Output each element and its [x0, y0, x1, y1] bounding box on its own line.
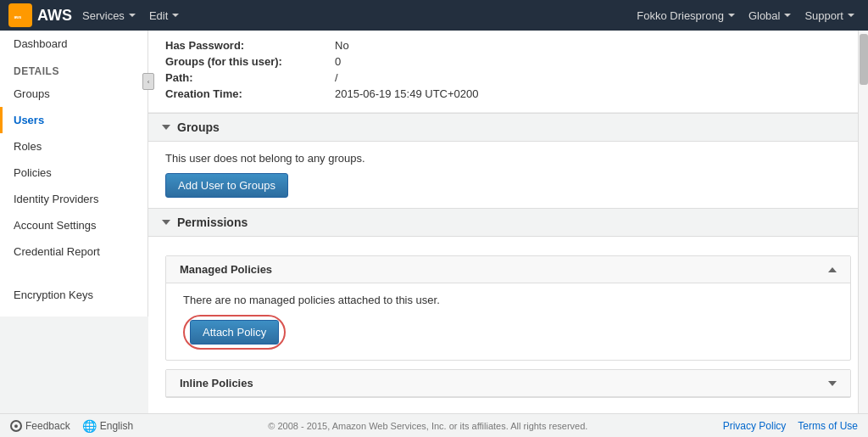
sidebar-item-dashboard[interactable]: Dashboard: [0, 31, 147, 57]
attach-policy-button[interactable]: Attach Policy: [190, 320, 279, 345]
terms-of-use-link[interactable]: Terms of Use: [798, 420, 858, 432]
no-policies-text: There are no managed policies attached t…: [183, 294, 833, 306]
attach-policy-highlight: Attach Policy: [183, 315, 286, 350]
sidebar-item-identity-providers[interactable]: Identity Providers: [0, 186, 147, 212]
managed-policies-body: There are no managed policies attached t…: [166, 283, 850, 360]
sidebar-item-groups[interactable]: Groups: [0, 81, 147, 107]
inline-policies-title: Inline Policies: [180, 377, 253, 389]
sidebar-wrapper: Dashboard Details Groups Users Roles Pol…: [0, 31, 148, 413]
nav-edit[interactable]: Edit: [149, 9, 179, 22]
nav-user[interactable]: Fokko Driesprong: [637, 9, 735, 22]
footer-copyright: © 2008 - 2015, Amazon Web Services, Inc.…: [133, 421, 723, 431]
sidebar: Dashboard Details Groups Users Roles Pol…: [0, 31, 148, 317]
path-label: Path:: [165, 71, 335, 84]
sidebar-item-account-settings[interactable]: Account Settings: [0, 212, 147, 238]
groups-toggle-icon: [162, 125, 170, 130]
nav-region[interactable]: Global: [748, 9, 792, 22]
permissions-section-header[interactable]: Permissions: [148, 208, 868, 237]
inline-policies-header[interactable]: Inline Policies: [166, 370, 850, 397]
groups-count-row: Groups (for this user): 0: [165, 55, 851, 68]
services-chevron-icon: [129, 14, 136, 17]
content-scroll: Has Password: No Groups (for this user):…: [148, 31, 868, 413]
main-layout: Dashboard Details Groups Users Roles Pol…: [0, 31, 868, 413]
inline-policies-chevron-icon: [828, 381, 837, 386]
user-chevron-icon: [728, 14, 735, 17]
scrollbar[interactable]: [858, 31, 868, 413]
managed-policies-subsection: Managed Policies There are no managed po…: [165, 255, 851, 361]
nav-support[interactable]: Support: [804, 9, 854, 22]
privacy-policy-link[interactable]: Privacy Policy: [723, 420, 787, 432]
path-row: Path: /: [165, 71, 851, 84]
permissions-section-title: Permissions: [177, 216, 248, 229]
language-label: English: [100, 420, 133, 432]
creation-time-row: Creation Time: 2015-06-19 15:49 UTC+0200: [165, 87, 851, 100]
groups-section-header[interactable]: Groups: [148, 113, 868, 142]
nav-services[interactable]: Services: [82, 9, 136, 22]
inline-policies-subsection: Inline Policies: [165, 369, 851, 398]
permissions-toggle-icon: [162, 220, 170, 225]
footer-left: ● Feedback 🌐 English: [10, 419, 133, 433]
sidebar-item-encryption-keys[interactable]: Encryption Keys: [0, 282, 147, 308]
has-password-value: No: [335, 39, 349, 52]
sidebar-section-details: Details: [0, 57, 147, 81]
nav-right: Fokko Driesprong Global Support: [632, 9, 860, 22]
has-password-row: Has Password: No: [165, 39, 851, 52]
sidebar-item-roles[interactable]: Roles: [0, 133, 147, 160]
edit-chevron-icon: [172, 14, 179, 17]
has-password-label: Has Password:: [165, 39, 335, 52]
feedback-button[interactable]: ● Feedback: [10, 420, 70, 432]
add-user-to-groups-button[interactable]: Add User to Groups: [165, 173, 288, 198]
aws-brand: AWS: [37, 7, 72, 25]
support-chevron-icon: [848, 14, 854, 17]
managed-policies-header[interactable]: Managed Policies: [166, 256, 850, 283]
sidebar-item-users[interactable]: Users: [0, 107, 147, 133]
user-info-table: Has Password: No Groups (for this user):…: [148, 31, 868, 113]
path-value: /: [335, 71, 338, 84]
sidebar-item-policies[interactable]: Policies: [0, 160, 147, 186]
permissions-section-body: Managed Policies There are no managed po…: [148, 237, 868, 413]
groups-count-value: 0: [335, 55, 341, 68]
globe-icon: 🌐: [82, 419, 97, 433]
sidebar-collapse-button[interactable]: ‹: [142, 73, 154, 90]
feedback-icon: ●: [10, 420, 22, 432]
region-chevron-icon: [784, 14, 791, 17]
content-area: Has Password: No Groups (for this user):…: [148, 31, 868, 413]
groups-section-body: This user does not belong to any groups.…: [148, 142, 868, 208]
managed-policies-title: Managed Policies: [180, 263, 272, 276]
sidebar-item-credential-report[interactable]: Credential Report: [0, 238, 147, 265]
creation-time-value: 2015-06-19 15:49 UTC+0200: [335, 87, 478, 100]
footer-right: Privacy Policy Terms of Use: [723, 420, 858, 432]
feedback-label: Feedback: [25, 420, 70, 432]
language-selector[interactable]: 🌐 English: [82, 419, 133, 433]
managed-policies-chevron-icon: [828, 267, 837, 272]
top-nav: aws AWS Services Edit Fokko Driesprong G…: [0, 0, 868, 31]
svg-text:aws: aws: [14, 15, 22, 20]
groups-section-title: Groups: [177, 120, 220, 134]
scroll-thumb[interactable]: [860, 34, 868, 85]
groups-count-label: Groups (for this user):: [165, 55, 335, 68]
no-groups-text: This user does not belong to any groups.: [165, 152, 851, 165]
aws-logo: aws: [8, 3, 32, 27]
creation-time-label: Creation Time:: [165, 87, 335, 100]
footer: ● Feedback 🌐 English © 2008 - 2015, Amaz…: [0, 413, 868, 437]
